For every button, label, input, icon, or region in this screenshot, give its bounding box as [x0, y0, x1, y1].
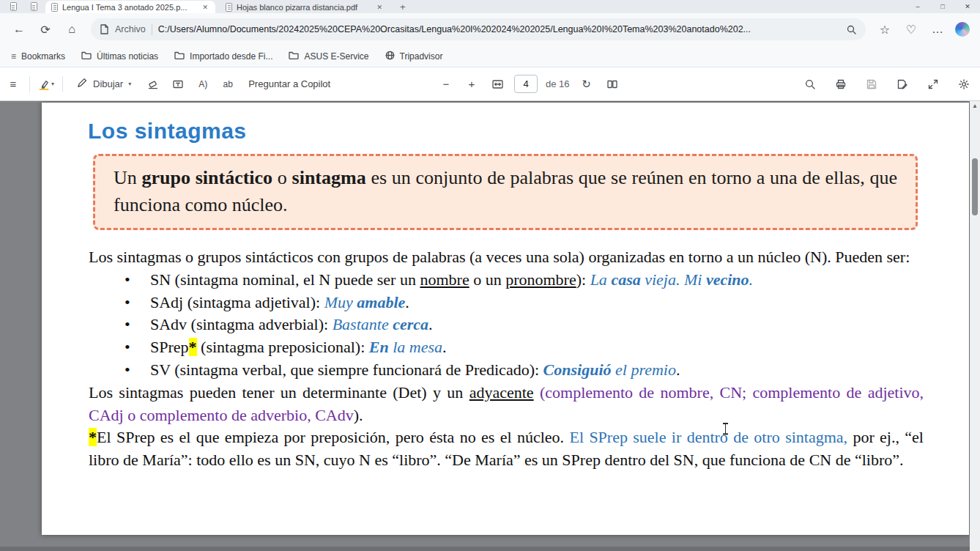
url-text: C:/Users/Alumno/Documents/20242025%20CEP…: [158, 24, 840, 34]
bookmark-label: Importado desde Fi...: [190, 51, 272, 62]
tab-actions-icon[interactable]: [6, 1, 21, 12]
settings-gear-icon[interactable]: [955, 73, 973, 95]
folder-icon: [81, 51, 92, 62]
pdf-favicon: [226, 3, 232, 12]
tab-close-icon[interactable]: ✕: [201, 4, 209, 11]
pdf-toolbar: ≡ ▾ Dibujar ▾ A) ab Preguntar a Copilot …: [0, 67, 980, 101]
scrollbar[interactable]: ▲: [970, 101, 980, 551]
tab-title: Hojas blanco pizarra distancia.pdf: [237, 3, 371, 12]
bullet-sadv: SAdv (sintagma adverbial): Bastante cerc…: [89, 314, 924, 336]
bookmark-label: Tripadvisor: [400, 51, 443, 62]
pdf-favicon: [51, 3, 58, 12]
url-scheme-label: Archivo: [115, 24, 146, 34]
translate-icon[interactable]: ab: [219, 73, 237, 95]
fullscreen-icon[interactable]: [924, 73, 942, 95]
zoom-in-icon[interactable]: +: [463, 73, 480, 95]
settings-more-icon[interactable]: …: [924, 18, 951, 41]
zoom-out-icon[interactable]: −: [437, 73, 455, 95]
tab-hojas-pdf[interactable]: Hojas blanco pizarra distancia.pdf ✕: [220, 1, 390, 13]
bullet-sn: SN (sintagma nominal, el N puede ser un …: [89, 269, 924, 292]
bookmark-label: Bookmarks: [21, 51, 65, 62]
adyacente-paragraph: Los sintagmas pueden tener un determinan…: [89, 382, 924, 427]
page-view-icon[interactable]: [604, 73, 621, 95]
address-separator: [152, 24, 152, 35]
pdf-page: Los sintagmas Un grupo sintáctico o sint…: [42, 103, 969, 535]
folder-icon: [174, 51, 185, 62]
workspace-icon[interactable]: [26, 1, 41, 12]
pen-icon: [76, 77, 88, 91]
file-scheme-icon: [100, 24, 109, 34]
back-icon[interactable]: ←: [6, 18, 32, 41]
ask-copilot-button[interactable]: Preguntar a Copilot: [244, 75, 335, 92]
toolbar-divider: [62, 76, 63, 92]
tab-close-icon[interactable]: ✕: [375, 4, 384, 11]
sprep-note-paragraph: *El SPrep es el que empieza por preposic…: [89, 426, 924, 472]
refresh-icon[interactable]: ⟳: [32, 18, 59, 41]
document-icon: [31, 2, 37, 11]
rotate-icon[interactable]: ↻: [578, 73, 595, 95]
maximize-button[interactable]: □: [930, 0, 955, 13]
draw-label: Dibujar: [93, 78, 123, 89]
chevron-down-icon: ▾: [51, 81, 54, 87]
bullet-sv: SV (sintagma verbal, que siempre funcion…: [89, 359, 924, 382]
search-icon[interactable]: [801, 73, 819, 95]
add-text-icon[interactable]: [169, 73, 187, 95]
home-icon[interactable]: ⌂: [59, 18, 85, 41]
definition-box: Un grupo sintáctico o sintagma es un con…: [93, 154, 918, 230]
browser-essentials-icon[interactable]: ♡: [898, 18, 924, 41]
bookmark-importado[interactable]: Importado desde Fi...: [168, 48, 279, 64]
bookmark-label: Últimas noticias: [97, 51, 158, 62]
save-icon[interactable]: [863, 73, 880, 95]
bookmarks-bar: ≡ Bookmarks Últimas noticias Importado d…: [0, 45, 980, 67]
bookmark-bookmarks[interactable]: ≡ Bookmarks: [4, 49, 72, 64]
tab-lengua-pdf[interactable]: Lengua I Tema 3 anotado 2025.p... ✕: [45, 1, 215, 13]
draw-tool-button[interactable]: Dibujar ▾: [70, 74, 137, 94]
minimize-button[interactable]: –: [905, 0, 930, 13]
read-aloud-icon[interactable]: A): [194, 73, 212, 95]
copilot-icon[interactable]: [955, 22, 970, 37]
bullet-sprep: SPrep* (sintagma preposicional): En la m…: [89, 336, 924, 359]
tab-strip: Lengua I Tema 3 anotado 2025.p... ✕ Hoja…: [0, 0, 980, 13]
favorites-star-icon[interactable]: ☆: [872, 18, 898, 41]
intro-paragraph: Los sintagmas o grupos sintácticos con g…: [89, 246, 924, 269]
chevron-down-icon: ▾: [128, 81, 131, 87]
doc-body: Los sintagmas o grupos sintácticos con g…: [89, 246, 924, 472]
bookmark-label: ASUS E-Service: [304, 51, 368, 62]
bookmark-ultimas-noticias[interactable]: Últimas noticias: [75, 48, 165, 64]
pdf-content-area[interactable]: Los sintagmas Un grupo sintáctico o sint…: [0, 101, 980, 551]
tab-title: Lengua I Tema 3 anotado 2025.p...: [62, 3, 196, 12]
highlighter-tool[interactable]: ▾: [37, 73, 55, 95]
toc-icon[interactable]: ≡: [4, 73, 22, 95]
new-tab-button[interactable]: +: [397, 1, 409, 12]
toolbar-divider: [29, 76, 30, 92]
bullet-sadj: SAdj (sintagma adjetival): Muy amable.: [89, 292, 924, 314]
scrollbar-thumb[interactable]: [972, 158, 978, 215]
search-in-address-icon[interactable]: [846, 24, 857, 35]
globe-icon: [385, 51, 395, 62]
folder-icon: [289, 51, 299, 62]
fit-width-icon[interactable]: [489, 73, 506, 95]
page-gap: [0, 547, 970, 551]
bookmarks-panel-icon: ≡: [11, 51, 16, 62]
address-bar[interactable]: Archivo C:/Users/Alumno/Documents/202420…: [91, 18, 866, 40]
save-as-icon[interactable]: [894, 73, 911, 95]
navigation-bar: ← ⟳ ⌂ Archivo C:/Users/Alumno/Documents/…: [0, 13, 980, 45]
doc-title: Los sintagmas: [88, 119, 247, 144]
eraser-icon[interactable]: [144, 73, 162, 95]
print-icon[interactable]: [832, 73, 850, 95]
close-window-button[interactable]: ✕: [955, 0, 980, 13]
bookmark-asus-eservice[interactable]: ASUS E-Service: [282, 48, 375, 64]
page-count-label: de 16: [546, 78, 570, 89]
text-cursor: [721, 421, 730, 436]
scroll-up-icon[interactable]: ▲: [970, 103, 980, 109]
document-icon: [10, 2, 17, 11]
page-number-input[interactable]: [514, 75, 538, 93]
bookmark-tripadvisor[interactable]: Tripadvisor: [379, 48, 450, 64]
